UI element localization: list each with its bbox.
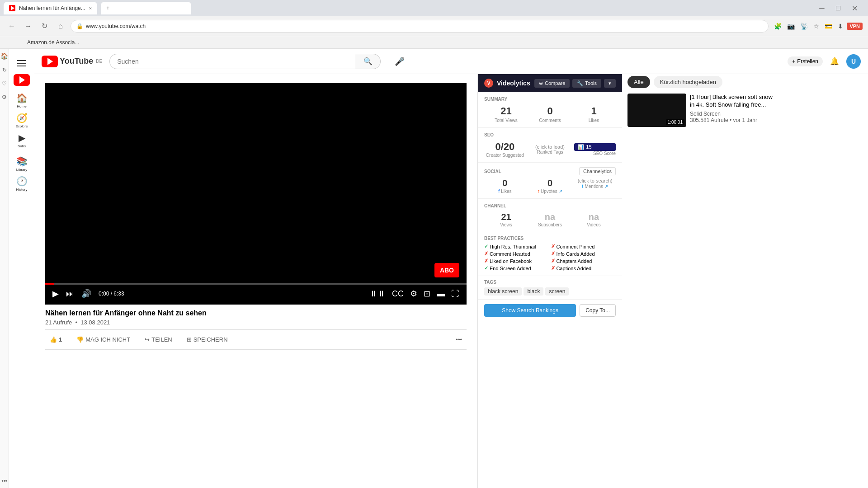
- home-btn[interactable]: ⌂: [54, 20, 67, 33]
- sidebar-refresh-icon[interactable]: ↻: [2, 67, 7, 73]
- panel-header: V Videolytics ⊕ Compare 🔧 Tools: [478, 74, 622, 92]
- tab-close-btn[interactable]: ×: [89, 5, 92, 11]
- rec-duration-1: 1:00:01: [666, 119, 684, 125]
- skip-next-btn[interactable]: ⏭: [64, 287, 76, 300]
- rec-tabs: Alle Kürzlich hochgeladen: [627, 74, 775, 88]
- broadcast-icon[interactable]: 📡: [798, 21, 810, 32]
- close-btn[interactable]: ✕: [848, 2, 861, 14]
- address-bar[interactable]: 🔒 www.youtube.com/watch: [71, 20, 769, 33]
- tag-1[interactable]: black screen: [484, 287, 522, 296]
- rec-views-1: 305.581 Aufrufe • vor 1 Jahr: [690, 117, 775, 123]
- compare-btn[interactable]: ⊕ Compare: [534, 79, 570, 88]
- maximize-btn[interactable]: □: [832, 2, 844, 14]
- wallet-icon[interactable]: 💳: [823, 21, 834, 32]
- rec-item-1[interactable]: 1:00:01 [1 Hour] Black screen soft snow …: [627, 94, 775, 127]
- tab-kuerzlich[interactable]: Kürzlich hochgeladen: [654, 76, 722, 88]
- chapters-btn[interactable]: ⏸⏸: [368, 287, 387, 300]
- history-label: History: [16, 188, 28, 192]
- new-tab-btn[interactable]: +: [101, 2, 191, 14]
- theater-btn[interactable]: ▬: [435, 287, 447, 300]
- rec-thumb-1: 1:00:01: [627, 94, 686, 127]
- sidebar-home-btn[interactable]: 🏠 Home: [13, 91, 31, 109]
- video-screen: [45, 83, 467, 305]
- bp-liked-fb: ✗ Liked on Facebook: [484, 258, 549, 264]
- share-btn[interactable]: ↪ TEILEN: [140, 333, 177, 346]
- tab-favicon: [9, 5, 15, 11]
- vpn-icon[interactable]: VPN: [847, 23, 863, 30]
- browser-tab[interactable]: Nähen lernen für Anfänge... ×: [4, 2, 97, 14]
- bp-label-3: Comment Hearted: [490, 251, 530, 257]
- tab-alle[interactable]: Alle: [627, 76, 650, 88]
- channel-stats: 21 Views na Subscribers na Videos: [484, 212, 616, 227]
- abo-btn[interactable]: ABO: [434, 263, 459, 277]
- browser-toolbar: ← → ↻ ⌂ 🔒 www.youtube.com/watch 🧩 📷 📡 ☆ …: [0, 16, 868, 36]
- rec-title-1: [1 Hour] Black screen soft snow in 4k. S…: [690, 94, 775, 109]
- copy-to-btn[interactable]: Copy To...: [580, 304, 616, 317]
- panel-actions: Show Search Rankings Copy To...: [478, 300, 622, 321]
- sidebar-settings-icon[interactable]: ⚙: [2, 94, 7, 100]
- camera-icon[interactable]: 📷: [785, 21, 797, 32]
- create-btn[interactable]: +Erstellen: [788, 56, 823, 66]
- subtitles-btn[interactable]: CC: [390, 287, 406, 300]
- sidebar-explore-btn[interactable]: 🧭 Explore: [13, 111, 31, 129]
- user-avatar[interactable]: U: [846, 54, 861, 69]
- time-display: 0:00 / 6:33: [99, 291, 124, 297]
- channel-subscribers-value: na: [528, 212, 572, 222]
- miniplayer-btn[interactable]: ⊡: [422, 287, 432, 300]
- social-mentions-item: (click to search) t Mentions ↗: [574, 178, 616, 194]
- creator-suggested-item: 0/20 Creator Suggested: [484, 141, 526, 158]
- like-btn[interactable]: 👍 1: [45, 333, 66, 346]
- yt-logo-header[interactable]: YouTube DE: [42, 56, 102, 67]
- tag-2[interactable]: black: [524, 287, 543, 296]
- yt-search-input[interactable]: [109, 54, 355, 69]
- ranked-tags-item: (click to load) Ranked Tags: [529, 144, 571, 155]
- yt-mic-btn[interactable]: 🎤: [392, 53, 408, 70]
- sidebar-history-btn[interactable]: 🕐 History: [13, 174, 31, 192]
- menu-toggle-btn[interactable]: [13, 54, 31, 72]
- channel-videos-label: Videos: [572, 222, 616, 227]
- extensions-icon[interactable]: 🧩: [772, 21, 783, 32]
- forward-btn[interactable]: →: [22, 20, 34, 33]
- sidebar-home-icon[interactable]: 🏠: [0, 52, 8, 60]
- save-icon: ⊞: [187, 336, 192, 343]
- fullscreen-btn[interactable]: ⛶: [449, 287, 461, 300]
- ranked-tags-clickload[interactable]: (click to load): [529, 144, 571, 150]
- panel-dropdown-btn[interactable]: ▾: [604, 79, 616, 88]
- panel-title: Videolytics: [497, 80, 531, 87]
- save-label: SPEICHERN: [193, 336, 228, 343]
- bp-check-icon-1: ✓: [484, 244, 488, 249]
- dislike-btn[interactable]: 👎 MAG ICH NICHT: [72, 333, 135, 346]
- yt-search-btn[interactable]: 🔍: [355, 54, 381, 69]
- yt-logo[interactable]: [14, 74, 30, 86]
- volume-btn[interactable]: 🔊: [80, 287, 93, 300]
- channelytics-btn[interactable]: Channelytics: [579, 167, 616, 175]
- yt-header: YouTube DE 🔍 🎤 +Erstellen 🔔 U: [34, 49, 868, 74]
- social-mentions-clickload[interactable]: (click to search): [574, 178, 616, 183]
- sidebar-more-icon[interactable]: •••: [1, 478, 7, 484]
- refresh-btn[interactable]: ↻: [38, 20, 51, 33]
- bp-label-6: Chapters Added: [557, 258, 592, 264]
- sidebar-library-btn[interactable]: 📚 Library: [13, 155, 31, 173]
- more-actions-btn[interactable]: •••: [451, 333, 467, 346]
- minimize-btn[interactable]: ─: [816, 2, 828, 14]
- bookmark-item[interactable]: Amazon.de Associa...: [27, 39, 79, 46]
- star-icon[interactable]: ☆: [811, 21, 821, 32]
- download-icon[interactable]: ⬇: [836, 21, 845, 32]
- progress-bar[interactable]: [45, 283, 467, 285]
- play-pause-btn[interactable]: ▶: [51, 287, 61, 300]
- video-player[interactable]: ABO ▶ ⏭ 🔊 0:00 / 6:33: [45, 83, 467, 305]
- sidebar-heart-icon[interactable]: ♡: [2, 80, 7, 87]
- settings-btn[interactable]: ⚙: [408, 287, 419, 300]
- notifications-btn[interactable]: 🔔: [826, 53, 843, 70]
- save-btn[interactable]: ⊞ SPEICHERN: [182, 333, 232, 346]
- seo-score-badge[interactable]: 📊 15: [574, 143, 616, 151]
- bp-high-res: ✓ High Res. Thumbnail: [484, 244, 549, 249]
- videolytics-panel: V Videolytics ⊕ Compare 🔧 Tools: [477, 74, 622, 488]
- search-rankings-btn[interactable]: Show Search Rankings: [484, 304, 576, 317]
- tag-3[interactable]: screen: [545, 287, 569, 296]
- back-btn[interactable]: ←: [5, 20, 18, 33]
- social-stats: 0 f Likes 0 r: [484, 178, 616, 194]
- tools-btn[interactable]: 🔧 Tools: [572, 79, 601, 88]
- sidebar-subs-btn[interactable]: ▶ Subs: [13, 131, 31, 149]
- bp-x-icon-1: ✗: [551, 244, 555, 249]
